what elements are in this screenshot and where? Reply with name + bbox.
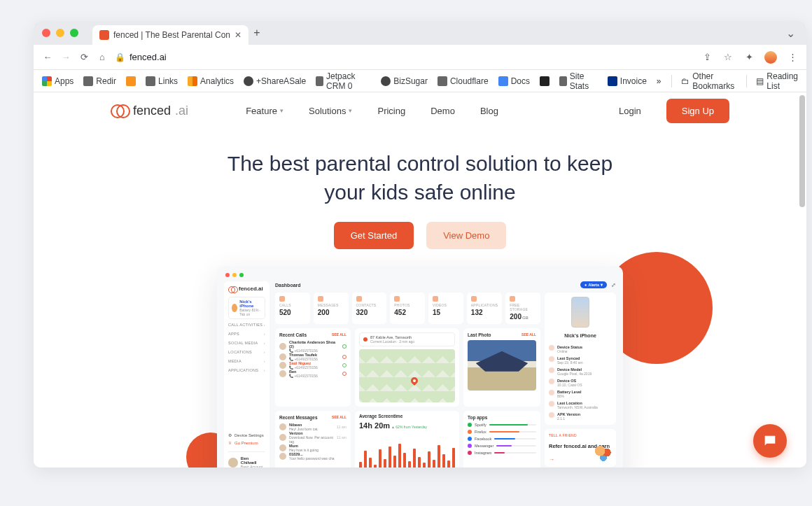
bar [398,444,401,468]
browser-tab[interactable]: fenced | The Best Parental Con ✕ [92,25,248,45]
back-icon[interactable]: ← [42,52,53,63]
tabs-overflow-icon[interactable]: ⌄ [786,27,795,40]
bar [359,462,362,468]
nav-blog[interactable]: Blog [480,106,498,116]
bookmark-links[interactable]: Links [146,76,178,86]
bar [388,447,391,468]
share-icon[interactable]: ⇪ [701,52,713,63]
device-selector: Nick's iPhone Battery 81% · Tab on [228,297,265,319]
other-bookmarks[interactable]: 🗀Other Bookmarks [681,71,736,91]
forward-icon[interactable]: → [60,52,71,63]
bookmark-invoice[interactable]: Invoice [608,76,647,86]
call-row: Thomas Taufek📞 +61491570156 [279,353,346,361]
nav-solutions[interactable]: Solutions▾ [309,106,352,116]
brand-suffix: .ai [175,104,188,118]
globe-icon [381,76,391,86]
kebab-menu-icon[interactable]: ⋮ [787,52,798,63]
apps-icon [42,76,52,86]
avatar [279,370,286,377]
new-tab-button[interactable]: + [248,27,265,39]
avatar [279,362,286,369]
bar [374,465,377,468]
bookmark-apps[interactable]: Apps [42,76,74,86]
app-icon [468,423,472,427]
globe-icon [244,76,253,86]
minimize-window-icon[interactable] [56,29,64,37]
bar [369,458,372,468]
bookmark-sitestats[interactable]: Site Stats [559,71,598,91]
device-avatar [232,304,237,312]
bookmark-jetpack[interactable]: Jetpack CRM 0 [316,71,371,91]
bookmark-redir[interactable]: Redir [83,76,116,86]
device-info-row: Device ModelGoogle Pixel, 4a 2019 [549,367,612,376]
avatar [279,423,286,430]
bookmark-icon [438,76,447,86]
phone-icon [571,297,589,328]
bookmark-docs[interactable]: Docs [498,76,530,86]
logo-mark-icon [111,104,129,117]
call-row: Saúl Niguez📞 +61491570156 [279,361,346,370]
sidebar-account: Ben Chilwell Basic Account [228,451,265,468]
extensions-icon[interactable]: ✦ [743,52,755,63]
bar [364,451,367,468]
page-viewport: fenced.ai Feature▾ Solutions▾ Pricing De… [34,92,806,468]
stat-card: VIDEOS 15 [428,293,463,324]
logo-mark-icon [228,286,237,292]
call-direction-icon [342,372,346,376]
nav-login[interactable]: Login [619,106,641,116]
reload-icon[interactable]: ⟳ [78,52,90,63]
app-icon [468,451,472,455]
analytics-icon [188,76,197,86]
avatar [228,458,238,468]
app-row: Firefox [468,430,536,434]
crown-icon: ♕ [228,440,232,445]
sidebar-item: LOCATIONS› [228,349,265,356]
bookmark-blank[interactable] [540,76,550,86]
chat-widget-button[interactable] [753,424,787,458]
signup-button[interactable]: Sign Up [666,99,729,123]
scrollbar[interactable] [798,92,806,468]
close-window-icon[interactable] [42,29,50,37]
device-info-card: Nick's iPhone Device StatusOnline Last S… [545,293,616,425]
bookmarks-bar: Apps Redir Links Analytics +ShareASale J… [34,70,806,92]
bookmark-bizsugar[interactable]: BizSugar [381,76,428,86]
message-row: VerizonDownload Now. Per account tag 11 … [279,431,346,444]
bookmark-shareasale[interactable]: +ShareASale [244,76,306,86]
bookmark-icon [83,76,93,86]
stat-icon [433,296,438,302]
bar [379,449,382,468]
last-photo-card: Last PhotoSEE ALL [463,328,540,407]
sidebar-item: APPLICATIONS› [228,367,265,374]
bookmarks-overflow[interactable]: » [657,76,662,86]
bar [428,451,430,468]
scrollbar-thumb[interactable] [799,95,805,207]
url-text: fenced.ai [130,52,167,62]
profile-avatar[interactable] [764,51,777,64]
hero: The best parental control solution to ke… [34,150,806,249]
info-icon [549,367,554,373]
nav-feature[interactable]: Feature▾ [246,106,284,116]
dashboard-bar: Dashboard ● Alerts ▾ ⤢ [275,281,616,288]
maximize-window-icon[interactable] [70,29,78,37]
tab-close-icon[interactable]: ✕ [234,30,241,40]
call-direction-icon [342,344,346,349]
browser-window: fenced | The Best Parental Con ✕ + ⌄ ← →… [34,21,806,468]
bar [452,448,455,468]
stat-icon [471,296,477,302]
lock-icon: 🔒 [115,52,125,62]
home-icon[interactable]: ⌂ [97,52,108,63]
url-box[interactable]: 🔒 fenced.ai [115,52,167,62]
nav-pricing[interactable]: Pricing [377,106,405,116]
brand-logo[interactable]: fenced.ai [111,104,188,118]
bookmark-cloudflare[interactable]: Cloudflare [438,76,489,86]
reading-list[interactable]: ▤Reading List [756,71,798,91]
star-icon[interactable]: ☆ [722,52,734,63]
bar [447,461,450,468]
site-header: fenced.ai Feature▾ Solutions▾ Pricing De… [34,92,806,129]
view-demo-button[interactable]: View Demo [426,222,506,249]
bookmark-sc[interactable] [126,76,136,86]
bookmark-analytics[interactable]: Analytics [188,76,234,86]
list-icon: ▤ [756,76,764,86]
nav-demo[interactable]: Demo [430,106,455,116]
get-started-button[interactable]: Get Started [334,222,414,249]
